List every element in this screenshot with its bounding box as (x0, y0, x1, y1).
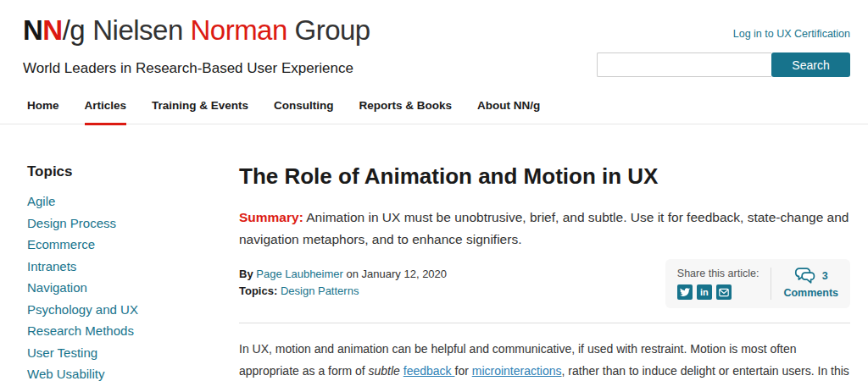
article-body-paragraph: In UX, motion and animation can be helpf… (239, 338, 850, 381)
logo-n-black: N (23, 14, 42, 46)
nav-item-reports-books[interactable]: Reports & Books (359, 99, 453, 124)
logo-n-red: N (42, 14, 62, 46)
linkedin-icon[interactable]: in (697, 284, 712, 300)
sidebar-item-design-process[interactable]: Design Process (27, 216, 116, 230)
share-left: Share this article: in (677, 268, 760, 300)
list-item: Design Process (27, 217, 239, 230)
share-divider (771, 268, 771, 300)
sidebar-item-agile[interactable]: Agile (27, 194, 55, 208)
byline: By Page Laubheimer on January 12, 2020 T… (239, 266, 447, 300)
login-link[interactable]: Log in to UX Certification (733, 28, 850, 40)
sidebar-title: Topics (27, 163, 239, 180)
list-item: Psychology and UX (27, 303, 239, 317)
sidebar-item-psychology-ux[interactable]: Psychology and UX (27, 302, 138, 317)
topics-label: Topics: (239, 284, 277, 297)
share-label: Share this article: (677, 268, 760, 279)
topics-sidebar: Topics Agile Design Process Ecommerce In… (27, 163, 239, 381)
sidebar-item-user-testing[interactable]: User Testing (27, 345, 97, 360)
site-header: NN/gNielsen Norman Group World Leaders i… (0, 0, 868, 77)
sidebar-item-web-usability[interactable]: Web Usability (27, 367, 104, 381)
list-item: Web Usability (27, 367, 239, 381)
feedback-link[interactable]: feedback (403, 364, 455, 378)
comments-link[interactable]: 3 Comments (783, 268, 838, 300)
share-icons: in (677, 284, 760, 300)
list-item: Intranets (27, 260, 239, 273)
sidebar-item-research-methods[interactable]: Research Methods (27, 323, 134, 338)
topics-list: Agile Design Process Ecommerce Intranets… (27, 195, 239, 381)
nav-item-home[interactable]: Home (27, 99, 59, 124)
list-item: Research Methods (27, 324, 239, 338)
list-item: Navigation (27, 281, 239, 295)
byline-row: By Page Laubheimer on January 12, 2020 T… (239, 266, 850, 308)
summary-label: Summary: (239, 210, 303, 224)
author-link[interactable]: Page Laubheimer (256, 268, 343, 280)
sidebar-item-intranets[interactable]: Intranets (27, 259, 76, 273)
search-button[interactable]: Search (771, 52, 850, 77)
search-bar: Search (597, 52, 850, 77)
list-item: Agile (27, 195, 239, 208)
italic-subtle: subtle (369, 364, 400, 378)
by-label: By (239, 268, 253, 280)
page-title: The Role of Animation and Motion in UX (239, 163, 850, 190)
site-logo[interactable]: NN/gNielsen Norman Group (23, 14, 370, 47)
sidebar-item-ecommerce[interactable]: Ecommerce (27, 237, 95, 251)
nav-item-training-events[interactable]: Training & Events (152, 99, 248, 124)
twitter-icon[interactable] (677, 284, 693, 300)
article-summary: Summary: Animation in UX must be unobtru… (239, 207, 850, 251)
comments-count: 3 (822, 270, 828, 283)
email-icon[interactable] (716, 284, 732, 300)
nav-item-consulting[interactable]: Consulting (274, 99, 334, 124)
article-main: The Role of Animation and Motion in UX S… (239, 163, 850, 381)
byline-author-line: By Page Laubheimer on January 12, 2020 (239, 266, 447, 283)
byline-topics-line: Topics: Design Patterns (239, 283, 447, 300)
list-item: User Testing (27, 346, 239, 360)
microinteractions-link[interactable]: microinteractions (472, 364, 562, 378)
section-divider (239, 323, 850, 323)
nav-item-about[interactable]: About NN/g (477, 99, 540, 124)
summary-text: Animation in UX must be unobtrusive, bri… (239, 210, 849, 246)
byline-date: on January 12, 2020 (347, 268, 448, 280)
sidebar-item-navigation[interactable]: Navigation (27, 280, 87, 295)
main-nav: Home Articles Training & Events Consulti… (0, 99, 868, 124)
comments-label: Comments (783, 287, 838, 299)
logo-slash-g: /g (63, 14, 86, 46)
content-area: Topics Agile Design Process Ecommerce In… (0, 124, 868, 381)
search-input[interactable] (597, 52, 771, 77)
comments-icon (794, 268, 816, 285)
topic-link-design-patterns[interactable]: Design Patterns (281, 284, 359, 297)
nav-item-articles[interactable]: Articles (85, 99, 127, 125)
share-box: Share this article: in (665, 259, 850, 308)
logo-company-name: Nielsen Norman Group (92, 14, 370, 46)
list-item: Ecommerce (27, 238, 239, 251)
page: NN/gNielsen Norman Group World Leaders i… (0, 0, 868, 381)
